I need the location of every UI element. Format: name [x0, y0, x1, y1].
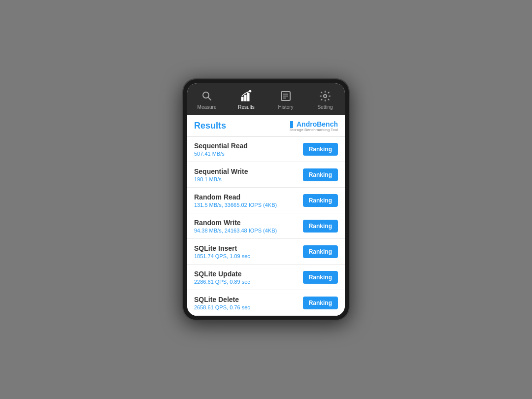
bench-info: Sequential Write190.1 MB/s — [194, 167, 303, 182]
bench-row: Random Write94.38 MB/s, 24163.48 IOPS (4… — [187, 214, 345, 239]
bench-info: Random Read131.5 MB/s, 33665.02 IOPS (4K… — [194, 193, 303, 208]
bench-info: Random Write94.38 MB/s, 24163.48 IOPS (4… — [194, 219, 303, 233]
bench-name: Random Read — [194, 193, 303, 201]
nav-setting[interactable]: Setting — [305, 87, 345, 112]
brand-name-blue: Bench — [317, 120, 338, 128]
bench-info: SQLite Delete2658.61 QPS, 0.76 sec — [194, 296, 303, 310]
nav-bar: Measure Results — [187, 83, 345, 115]
bench-value: 94.38 MB/s, 24163.48 IOPS (4KB) — [194, 228, 303, 233]
bench-row: Sequential Read507.41 MB/sRanking — [187, 137, 345, 162]
bench-name: Sequential Read — [194, 142, 303, 150]
svg-rect-2 — [241, 97, 243, 101]
phone-frame: Measure Results — [182, 78, 350, 321]
bench-name: SQLite Delete — [194, 296, 303, 303]
bench-info: SQLite Update2286.61 QPS, 0.89 sec — [194, 270, 303, 285]
benchmark-list: Sequential Read507.41 MB/sRankingSequent… — [187, 137, 345, 316]
bench-value: 507.41 MB/s — [194, 151, 303, 157]
bench-row: Random Read131.5 MB/s, 33665.02 IOPS (4K… — [187, 188, 345, 213]
svg-rect-3 — [244, 95, 246, 101]
brand-name: AndroBench — [297, 120, 338, 128]
bench-row: Sequential Write190.1 MB/sRanking — [187, 163, 345, 188]
results-header: Results AndroBench Storage Benchmarking … — [187, 115, 345, 137]
svg-line-1 — [208, 97, 211, 100]
setting-icon — [318, 89, 332, 103]
setting-label: Setting — [317, 104, 332, 110]
ranking-button[interactable]: Ranking — [303, 194, 338, 207]
nav-results[interactable]: Results — [227, 87, 266, 112]
measure-icon — [200, 89, 214, 103]
results-title: Results — [194, 121, 226, 131]
results-icon — [239, 89, 253, 103]
brand-subtitle: Storage Benchmarking Tool — [290, 128, 338, 133]
svg-point-10 — [324, 95, 327, 98]
bench-value: 2286.61 QPS, 0.89 sec — [194, 279, 303, 285]
brand-bar — [290, 121, 293, 128]
brand-name-black: Andro — [297, 120, 317, 128]
bench-row: SQLite Delete2658.61 QPS, 0.76 secRankin… — [187, 291, 345, 316]
ranking-button[interactable]: Ranking — [303, 271, 338, 284]
history-icon — [279, 89, 293, 103]
bench-info: Sequential Read507.41 MB/s — [194, 142, 303, 157]
ranking-button[interactable]: Ranking — [303, 168, 338, 181]
bench-value: 1851.74 QPS, 1.09 sec — [194, 253, 303, 259]
bench-row: SQLite Insert1851.74 QPS, 1.09 secRankin… — [187, 239, 345, 265]
bench-name: Sequential Write — [194, 167, 303, 175]
brand-logo: AndroBench Storage Benchmarking Tool — [290, 120, 338, 133]
results-label: Results — [238, 104, 254, 110]
svg-point-5 — [249, 90, 251, 92]
bench-row: SQLite Update2286.61 QPS, 0.89 secRankin… — [187, 265, 345, 290]
history-label: History — [278, 104, 293, 110]
ranking-button[interactable]: Ranking — [303, 297, 338, 309]
bench-value: 131.5 MB/s, 33665.02 IOPS (4KB) — [194, 202, 303, 208]
nav-history[interactable]: History — [266, 87, 305, 112]
svg-rect-4 — [247, 93, 249, 101]
ranking-button[interactable]: Ranking — [303, 220, 338, 233]
ranking-button[interactable]: Ranking — [303, 245, 338, 258]
bench-name: SQLite Update — [194, 270, 303, 278]
bench-name: Random Write — [194, 219, 303, 227]
bench-value: 190.1 MB/s — [194, 176, 303, 182]
nav-measure[interactable]: Measure — [187, 87, 227, 112]
measure-label: Measure — [198, 104, 217, 110]
phone-screen: Measure Results — [187, 83, 345, 316]
bench-name: SQLite Insert — [194, 244, 303, 252]
ranking-button[interactable]: Ranking — [303, 143, 338, 156]
bench-info: SQLite Insert1851.74 QPS, 1.09 sec — [194, 244, 303, 259]
bench-value: 2658.61 QPS, 0.76 sec — [194, 304, 303, 310]
